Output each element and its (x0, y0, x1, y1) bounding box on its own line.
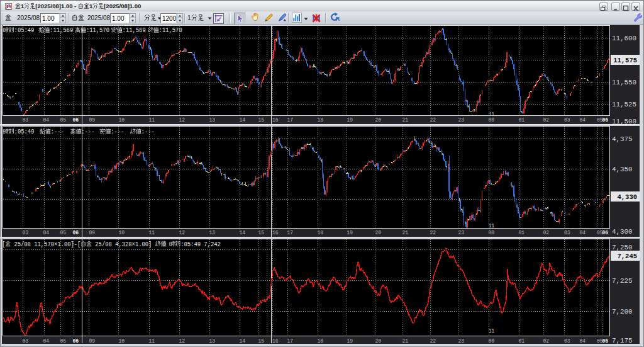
svg-text:R: R (336, 15, 340, 22)
svg-text::11,570: :11,570 (159, 27, 182, 34)
svg-text:04: 04 (43, 338, 50, 344)
svg-text:7,250: 7,250 (612, 244, 633, 251)
svg-text:11,500: 11,500 (612, 118, 636, 125)
svg-text::05:49: :05:49 (14, 128, 38, 135)
svg-text:15: 15 (258, 338, 265, 344)
svg-text:03: 03 (23, 230, 29, 236)
svg-text:15: 15 (258, 117, 265, 123)
svg-text:16: 16 (272, 230, 279, 236)
svg-text:01: 01 (519, 117, 525, 123)
svg-text:14: 14 (240, 230, 246, 236)
svg-text:20: 20 (375, 117, 382, 123)
svg-text:09: 09 (89, 117, 96, 123)
svg-text::11,570: :11,570 (86, 27, 109, 34)
svg-text:05: 05 (60, 117, 67, 123)
svg-text:03: 03 (23, 117, 29, 123)
svg-text:12: 12 (179, 338, 186, 344)
svg-text:12: 12 (179, 230, 186, 236)
svg-text:12: 12 (179, 117, 186, 123)
svg-text:04: 04 (580, 117, 586, 123)
svg-text:13: 13 (209, 338, 216, 344)
svg-text:7,225: 7,225 (612, 277, 633, 285)
svg-text:20: 20 (375, 230, 382, 236)
svg-text:06: 06 (73, 230, 79, 236)
svg-text:03: 03 (564, 338, 570, 344)
svg-text:13: 13 (209, 230, 216, 236)
svg-text:16: 16 (272, 117, 279, 123)
svg-text:19: 19 (347, 230, 353, 236)
svg-text:17: 17 (287, 117, 294, 123)
svg-text::---: :--- (81, 128, 94, 135)
svg-text:19: 19 (347, 338, 353, 344)
svg-text:13: 13 (209, 117, 216, 123)
svg-text:05: 05 (60, 230, 67, 236)
svg-text:22: 22 (430, 117, 436, 123)
svg-text:01: 01 (519, 338, 525, 344)
svg-text::---: :--- (51, 128, 64, 135)
svg-text:23: 23 (458, 117, 465, 123)
svg-text:22: 22 (430, 230, 436, 236)
svg-text:11,600: 11,600 (612, 35, 636, 42)
svg-text:4,300: 4,300 (612, 228, 633, 236)
svg-text:22: 22 (430, 338, 436, 344)
svg-text::05:49 7,242: :05:49 7,242 (180, 241, 221, 248)
svg-text:04: 04 (43, 117, 50, 123)
svg-text:×1.00]: ×1.00] (132, 241, 155, 248)
svg-text:10: 10 (119, 117, 125, 123)
svg-text:4,350: 4,350 (612, 166, 633, 173)
svg-text:00: 00 (489, 230, 495, 236)
svg-text:20: 20 (375, 338, 382, 344)
svg-text::11,569: :11,569 (123, 27, 146, 34)
svg-text:23: 23 (458, 338, 465, 344)
svg-text:04: 04 (580, 338, 586, 344)
svg-text:17: 17 (287, 338, 294, 344)
svg-text:02: 02 (543, 338, 550, 344)
svg-text:[: [ (2, 241, 5, 248)
svg-text::05:49: :05:49 (14, 27, 38, 34)
svg-text:18: 18 (318, 117, 324, 123)
svg-text:11: 11 (149, 117, 155, 123)
svg-text:11: 11 (149, 230, 155, 236)
svg-text:06: 06 (602, 230, 609, 236)
svg-text:23: 23 (458, 230, 465, 236)
svg-text:18: 18 (318, 230, 324, 236)
svg-text:03: 03 (564, 117, 570, 123)
svg-text:7,200: 7,200 (612, 308, 633, 316)
svg-text::---: :--- (142, 128, 155, 135)
svg-text:7,175: 7,175 (612, 337, 633, 344)
svg-text:09: 09 (89, 230, 96, 236)
svg-text:15: 15 (258, 230, 265, 236)
svg-text:03: 03 (23, 338, 29, 344)
svg-text:21: 21 (402, 230, 409, 236)
svg-text:10: 10 (119, 230, 125, 236)
svg-text:09: 09 (89, 338, 96, 344)
svg-text:11: 11 (489, 111, 494, 118)
svg-text:×1.00]-[: ×1.00]-[ (54, 241, 80, 248)
svg-text:03: 03 (564, 230, 570, 236)
svg-text:14: 14 (240, 117, 246, 123)
svg-text:06: 06 (602, 117, 609, 123)
svg-text::11,569: :11,569 (50, 27, 73, 34)
svg-text:14: 14 (240, 338, 246, 344)
svg-text:11,525: 11,525 (612, 101, 636, 108)
svg-text:4,375: 4,375 (612, 135, 633, 143)
svg-text:06: 06 (73, 117, 79, 123)
svg-text:06: 06 (73, 338, 79, 344)
svg-text:17: 17 (287, 230, 294, 236)
svg-text:21: 21 (402, 338, 409, 344)
svg-text:02: 02 (543, 117, 550, 123)
svg-text:4,330: 4,330 (617, 193, 637, 201)
svg-text:11,550: 11,550 (612, 79, 636, 86)
svg-text:18: 18 (318, 338, 324, 344)
svg-text:25/08 11,570: 25/08 11,570 (11, 241, 54, 248)
svg-text:01: 01 (519, 230, 525, 236)
svg-text:11: 11 (149, 338, 155, 344)
svg-text:11: 11 (489, 327, 494, 334)
svg-text:04: 04 (43, 230, 50, 236)
svg-text:00: 00 (489, 117, 495, 123)
svg-text:02: 02 (543, 230, 550, 236)
svg-text:10: 10 (119, 338, 125, 344)
svg-text:06: 06 (602, 338, 609, 344)
svg-text::---: :--- (111, 128, 124, 135)
svg-text:04: 04 (580, 230, 586, 236)
